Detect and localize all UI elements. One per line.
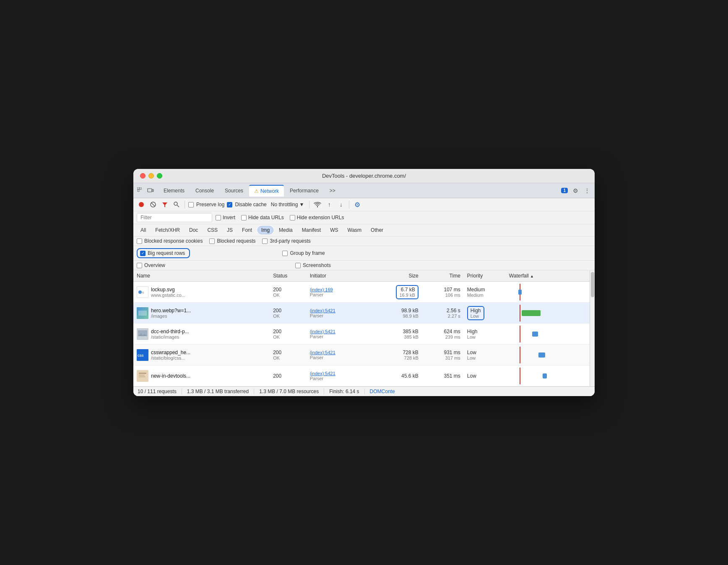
file-name: hero.webp?w=1... <box>151 308 191 314</box>
more-options-icon[interactable]: ⋮ <box>583 187 591 195</box>
type-btn-all[interactable]: All <box>137 226 150 234</box>
col-size[interactable]: Size <box>369 270 422 282</box>
chevron-down-icon: ▼ <box>299 202 304 207</box>
table-row[interactable]: G lockup.svg www.gstatic.co... 200 <box>133 282 590 303</box>
type-btn-other[interactable]: Other <box>367 226 387 234</box>
throttling-select[interactable]: No throttling ▼ <box>269 201 306 208</box>
file-name-cell: hero.webp?w=1... /images <box>133 303 270 324</box>
domcontent-label: DOMConte <box>365 389 400 394</box>
filter-input[interactable] <box>137 213 212 222</box>
hide-extension-urls-checkbox[interactable] <box>290 215 295 220</box>
big-request-rows-checkbox[interactable]: ✓ <box>140 251 146 256</box>
blocked-cookies-option[interactable]: Blocked response cookies <box>137 238 203 244</box>
notification-badge[interactable]: 1 <box>561 188 568 193</box>
waterfall-bar <box>522 310 541 316</box>
table-row[interactable]: CSS csswrapped_he... /static/blog/css... <box>133 345 590 365</box>
invert-checkbox-label[interactable]: Invert <box>216 215 235 220</box>
type-btn-manifest[interactable]: Manifest <box>298 226 325 234</box>
network-toolbar: Preserve log ✓ Disable cache No throttli… <box>133 198 595 211</box>
type-btn-fetchxhr[interactable]: Fetch/XHR <box>151 226 184 234</box>
record-button[interactable] <box>137 200 146 209</box>
initiator-cell: (index):5421 Parser <box>307 324 369 345</box>
resources-size: 1.3 MB / 7.0 MB resources <box>254 389 324 394</box>
blocked-requests-option[interactable]: Blocked requests <box>209 238 255 244</box>
view-options-row-1: ✓ Big request rows Group by frame <box>133 246 595 261</box>
type-btn-doc[interactable]: Doc <box>185 226 202 234</box>
col-waterfall[interactable]: Waterfall ▲ <box>506 270 590 282</box>
scrollbar[interactable] <box>590 270 595 386</box>
minimize-button[interactable] <box>148 173 154 179</box>
group-by-frame-option[interactable]: Group by frame <box>282 250 325 256</box>
tab-performance[interactable]: Performance <box>285 185 324 196</box>
big-request-rows-option[interactable]: ✓ Big request rows <box>137 248 190 258</box>
type-btn-js[interactable]: JS <box>223 226 237 234</box>
initiator-link[interactable]: (index):5421 <box>310 371 366 376</box>
type-btn-wasm[interactable]: Wasm <box>344 226 366 234</box>
filter-button[interactable] <box>160 200 169 209</box>
file-thumbnail: G <box>137 286 148 298</box>
overview-option[interactable]: Overview <box>137 262 165 268</box>
search-button[interactable] <box>172 200 181 209</box>
wifi-icon[interactable] <box>313 200 322 209</box>
file-name: dcc-end-third-p... <box>151 329 189 334</box>
screenshots-option[interactable]: Screenshots <box>295 262 331 268</box>
col-name[interactable]: Name <box>133 270 270 282</box>
type-btn-img[interactable]: Img <box>257 226 273 234</box>
type-btn-ws[interactable]: WS <box>326 226 342 234</box>
group-by-frame-checkbox[interactable] <box>282 251 288 256</box>
view-options-row-2: Overview Screenshots <box>133 261 595 270</box>
col-status[interactable]: Status <box>270 270 307 282</box>
table-row[interactable]: new-in-devtools... 200 (index):542 <box>133 365 590 386</box>
table-row[interactable]: dcc-end-third-p... /static/images 200 OK <box>133 324 590 345</box>
download-icon[interactable]: ↓ <box>336 200 346 209</box>
requests-count: 10 / 111 requests <box>138 389 182 394</box>
type-btn-font[interactable]: Font <box>238 226 256 234</box>
waterfall-cell <box>506 324 590 345</box>
initiator-link[interactable]: (index):5421 <box>310 308 366 313</box>
type-btn-media[interactable]: Media <box>275 226 296 234</box>
col-initiator[interactable]: Initiator <box>307 270 369 282</box>
file-domain: /static/blog/css... <box>151 355 190 360</box>
col-priority[interactable]: Priority <box>464 270 506 282</box>
tab-network[interactable]: ⚠ Network <box>249 185 284 197</box>
table-row[interactable]: hero.webp?w=1... /images 200 OK (ind <box>133 303 590 324</box>
size-cell: 385 kB 385 kB <box>369 324 422 345</box>
time-cell: 2.56 s 2.27 s <box>422 303 464 324</box>
overview-checkbox[interactable] <box>137 263 142 268</box>
cursor-icon[interactable] <box>137 187 144 194</box>
type-btn-css[interactable]: CSS <box>203 226 221 234</box>
tab-sources[interactable]: Sources <box>220 185 248 196</box>
initiator-link[interactable]: (index):5421 <box>310 350 366 355</box>
network-table-scroll[interactable]: Name Status Initiator Size Time Priority… <box>133 270 590 386</box>
initiator-link[interactable]: (index):5421 <box>310 329 366 334</box>
preserve-log-checkbox[interactable] <box>188 202 194 207</box>
upload-icon[interactable]: ↑ <box>325 200 334 209</box>
scroll-thumb[interactable] <box>591 272 594 297</box>
disable-cache-checkbox[interactable]: ✓ <box>227 202 232 207</box>
size-cell: 6.7 kB 16.9 kB <box>369 282 422 303</box>
third-party-checkbox[interactable] <box>262 238 268 244</box>
close-button[interactable] <box>140 173 146 179</box>
hide-data-urls-checkbox[interactable] <box>241 215 247 220</box>
third-party-option[interactable]: 3rd-party requests <box>262 238 310 244</box>
blocked-cookies-checkbox[interactable] <box>137 238 142 244</box>
invert-checkbox[interactable] <box>216 215 221 220</box>
tab-console[interactable]: Console <box>190 185 219 196</box>
size-cell: 45.6 kB <box>369 365 422 386</box>
initiator-link[interactable]: (index):169 <box>310 287 366 292</box>
blocked-requests-checkbox[interactable] <box>209 238 215 244</box>
size-cell: 98.9 kB 98.9 kB <box>369 303 422 324</box>
hide-extension-urls-label[interactable]: Hide extension URLs <box>290 215 344 220</box>
file-name-cell: new-in-devtools... <box>133 365 270 386</box>
responsive-icon[interactable] <box>147 187 154 194</box>
clear-button[interactable] <box>148 200 158 209</box>
waterfall-red-line <box>520 368 520 384</box>
screenshots-checkbox[interactable] <box>295 263 301 268</box>
settings-icon[interactable]: ⚙ <box>571 187 580 195</box>
col-time[interactable]: Time <box>422 270 464 282</box>
hide-data-urls-label[interactable]: Hide data URLs <box>241 215 284 220</box>
network-settings-icon[interactable]: ⚙ <box>353 200 362 209</box>
tab-elements[interactable]: Elements <box>159 185 190 196</box>
maximize-button[interactable] <box>157 173 162 179</box>
tab-more[interactable]: >> <box>325 185 341 196</box>
